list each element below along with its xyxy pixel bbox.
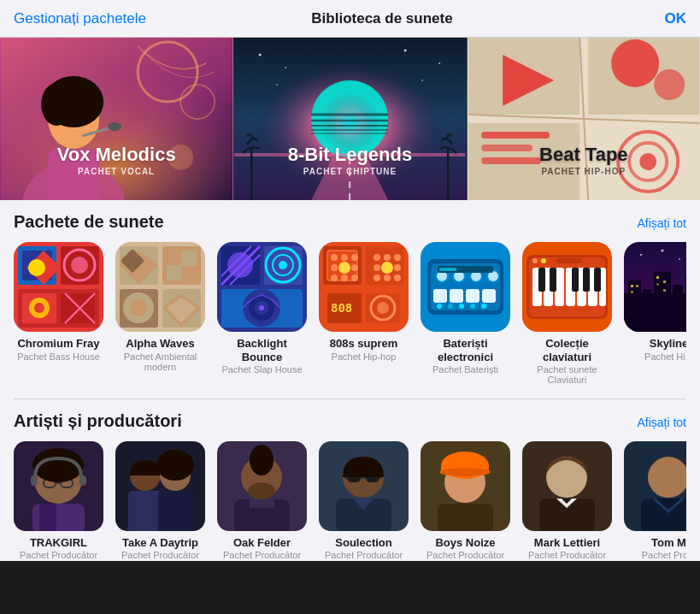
pack-item-808s-suprem[interactable]: 808 808s suprem Pachet Hip-hop [319, 242, 409, 385]
ok-button[interactable]: OK [618, 10, 686, 27]
manage-packs-button[interactable]: Gestionați pachetele [14, 10, 146, 27]
artist-photo-oak-felder [217, 441, 307, 531]
pack-type-skyline: Pachet Hi... [644, 351, 686, 362]
svg-point-72 [130, 299, 147, 316]
artist-name-oak-felder: Oak Felder [233, 536, 291, 549]
svg-point-193 [250, 445, 274, 475]
artist-type-soulection: Pachet Producător [325, 550, 403, 560]
pack-name-skyline: Skyline [650, 337, 686, 351]
artist-item-mark-lettieri[interactable]: Mark Lettieri Pachet Producător [522, 441, 612, 560]
pack-icon-colectie-claviaturi [522, 242, 612, 332]
artist-item-boys-noize[interactable]: Boys Noize Pachet Producător [421, 441, 510, 560]
packs-show-all-button[interactable]: Afișați tot [637, 216, 686, 230]
pack-item-chromium-fray[interactable]: Chromium Fray Pachet Bass House [14, 242, 103, 385]
hero-beat-subtitle: PACHET HIP-HOP [468, 167, 700, 176]
svg-point-149 [532, 258, 538, 263]
artist-item-oak-felder[interactable]: Oak Felder Pachet Producător [217, 441, 307, 560]
svg-rect-181 [39, 504, 56, 531]
pack-item-bateristi-electronici[interactable]: Bateriști electronici Pachet Bateriști [421, 242, 510, 385]
svg-rect-162 [631, 291, 633, 293]
artist-item-tom-m[interactable]: Tom M Pachet Pro... [624, 441, 686, 560]
pack-type-colectie-claviaturi: Pachet sunete Claviaturi [522, 364, 612, 385]
svg-rect-186 [128, 491, 162, 531]
artist-type-mark-lettieri: Pachet Producător [528, 550, 606, 560]
artist-type-oak-felder: Pachet Producător [223, 550, 301, 560]
svg-point-28 [276, 84, 278, 86]
svg-rect-216 [641, 499, 686, 531]
svg-point-109 [394, 275, 401, 281]
packs-section-title: Pachete de sunete [14, 212, 164, 232]
hero-beat-tape[interactable]: Beat Tape PACHET HIP-HOP [468, 38, 700, 200]
svg-point-78 [227, 252, 253, 278]
svg-point-103 [394, 254, 401, 261]
svg-point-50 [28, 259, 45, 276]
pack-name-backlight-bounce: Backlight Bounce [217, 337, 307, 363]
pack-item-colectie-claviaturi[interactable]: Colecție claviaturi Pachet sunete Clavia… [522, 242, 612, 385]
svg-point-128 [448, 304, 453, 309]
svg-point-37 [654, 69, 685, 100]
hero-vox-title: Vox Melodics [0, 145, 232, 165]
svg-point-97 [331, 275, 338, 281]
pack-item-skyline[interactable]: Skyline Pachet Hi... [624, 242, 686, 385]
page-title: Biblioteca de sunete [146, 10, 618, 27]
svg-point-91 [331, 254, 338, 261]
svg-rect-164 [663, 280, 666, 283]
svg-rect-124 [450, 289, 463, 303]
pack-icon-808s-suprem: 808 [319, 242, 409, 332]
artist-name-mark-lettieri: Mark Lettieri [534, 536, 600, 549]
artists-show-all-button[interactable]: Afișați tot [637, 416, 686, 429]
svg-rect-146 [572, 268, 579, 292]
svg-rect-166 [663, 289, 666, 292]
svg-point-129 [459, 304, 464, 309]
artists-grid: TRAKGIRL Pachet Producător [14, 441, 686, 561]
svg-rect-160 [631, 285, 633, 287]
pack-name-808s-suprem: 808s suprem [330, 337, 398, 351]
svg-point-131 [481, 304, 486, 309]
svg-point-115 [377, 302, 389, 314]
svg-point-87 [259, 305, 264, 310]
hero-8bit-legends[interactable]: 8-Bit Legends PACHET CHIPTUNE [233, 38, 467, 200]
svg-point-150 [541, 258, 546, 263]
svg-point-8 [108, 122, 121, 131]
artist-photo-tom-m [624, 441, 686, 531]
svg-point-127 [437, 304, 442, 309]
hero-vox-melodics[interactable]: Vox Melodics PACHET VOCAL [0, 38, 233, 200]
svg-rect-145 [550, 268, 556, 292]
hero-beat-title: Beat Tape [468, 145, 700, 165]
pack-icon-alpha-waves [115, 242, 205, 332]
svg-rect-126 [482, 289, 496, 303]
svg-rect-195 [250, 499, 274, 508]
artist-item-take-a-daytrip[interactable]: Take A Daytrip Pachet Producător [115, 441, 205, 560]
svg-rect-155 [643, 289, 651, 332]
svg-point-92 [341, 254, 348, 261]
pack-type-backlight-bounce: Pachet Slap House [221, 364, 302, 375]
hero-beat-text: Beat Tape PACHET HIP-HOP [468, 145, 700, 176]
svg-point-106 [394, 264, 401, 271]
pack-item-alpha-waves[interactable]: Alpha Waves Pachet Ambiental modern [115, 242, 205, 385]
pack-item-backlight-bounce[interactable]: Backlight Bounce Pachet Slap House [217, 242, 307, 385]
svg-rect-123 [433, 289, 447, 303]
artist-photo-mark-lettieri [522, 441, 612, 531]
svg-point-108 [384, 275, 391, 281]
svg-point-172 [662, 250, 664, 252]
artist-item-trakgirl[interactable]: TRAKGIRL Pachet Producător [14, 441, 103, 560]
svg-point-26 [404, 50, 407, 52]
pack-name-alpha-waves: Alpha Waves [126, 337, 194, 351]
svg-rect-133 [439, 268, 456, 271]
svg-point-192 [248, 482, 275, 499]
hero-vox-subtitle: PACHET VOCAL [0, 167, 232, 176]
pack-type-bateristi-electronici: Pachet Bateriști [432, 364, 498, 375]
svg-point-24 [259, 54, 262, 56]
pack-icon-backlight-bounce [217, 242, 307, 332]
svg-point-36 [611, 39, 659, 87]
artist-photo-boys-noize [421, 441, 510, 531]
artist-photo-take-a-daytrip [115, 441, 205, 531]
svg-point-5 [41, 83, 72, 126]
artist-item-soulection[interactable]: Soulection Pachet Producător [319, 441, 409, 560]
artist-type-trakgirl: Pachet Producător [20, 550, 97, 560]
svg-point-94 [331, 264, 338, 271]
svg-rect-67 [182, 251, 197, 265]
packs-section-header: Pachete de sunete Afișați tot [14, 212, 686, 232]
main-container: Gestionați pachetele Biblioteca de sunet… [0, 0, 700, 614]
svg-point-57 [34, 303, 44, 313]
